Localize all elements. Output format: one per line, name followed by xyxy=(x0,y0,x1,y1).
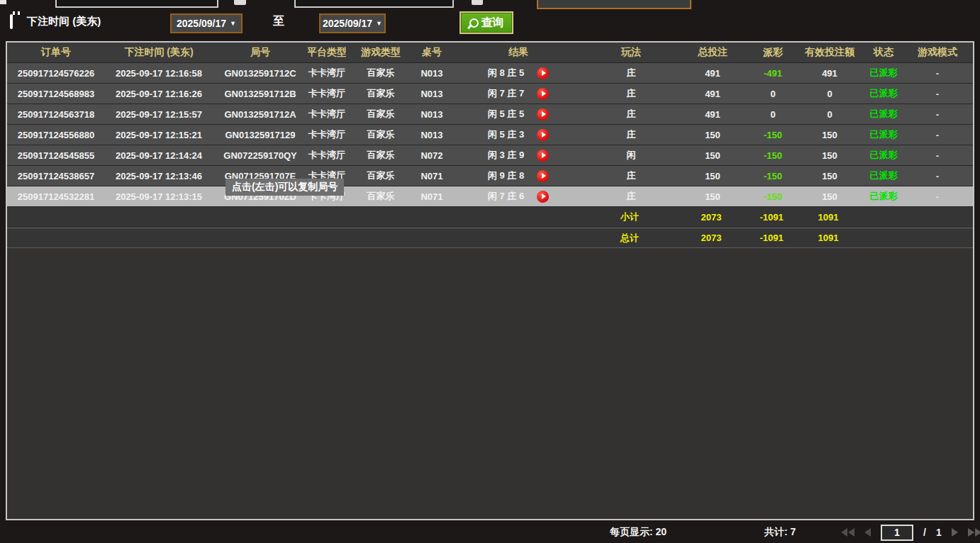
result-text: 闲 7 庄 6 xyxy=(488,190,524,203)
cell-status: 已派彩 xyxy=(865,84,902,103)
cell-payout: -150 xyxy=(752,166,794,186)
cell-valid_bet: 0 xyxy=(794,84,865,103)
result-text: 闲 3 庄 9 xyxy=(488,149,524,162)
cell-payout: -150 xyxy=(752,145,794,165)
table-row[interactable]: 2509171245568802025-09-17 12:15:21GN0132… xyxy=(7,125,973,145)
cell-status: 已派彩 xyxy=(865,125,902,145)
cell-game_type: 百家乐 xyxy=(346,166,416,186)
column-header-order_id: 订单号 xyxy=(7,43,105,62)
page-input[interactable]: 1 xyxy=(881,525,913,541)
cell-status: 已派彩 xyxy=(865,145,902,165)
partial-text-input-1[interactable] xyxy=(55,0,218,8)
cell-round_id[interactable]: GN0132591712A xyxy=(213,104,308,124)
prev-page-button[interactable] xyxy=(864,528,871,537)
table-row[interactable]: 2509171245689832025-09-17 12:16:26GN0132… xyxy=(7,84,973,104)
cell-total_bet: 491 xyxy=(674,63,752,83)
cell-result: 闲 3 庄 9 xyxy=(448,145,589,165)
next-page-button[interactable] xyxy=(952,528,958,537)
table-row[interactable]: 2509171245637182025-09-17 12:15:57GN0132… xyxy=(7,104,973,125)
records-table: 订单号下注时间 (美东)局号平台类型游戏类型桌号结果玩法总投注派彩有效投注额状态… xyxy=(6,41,974,520)
cell-result: 闲 5 庄 5 xyxy=(448,104,589,124)
cell-table_no: N013 xyxy=(416,125,448,145)
table-row[interactable]: 2509171245458552025-09-17 12:14:24GN0722… xyxy=(7,145,973,166)
table-row[interactable]: 2509171245322812025-09-17 12:13:15GN0712… xyxy=(7,186,973,207)
summary-valid-bet: 1091 xyxy=(793,228,864,247)
table-row[interactable]: 2509171245762262025-09-17 12:16:58GN0132… xyxy=(7,63,973,84)
summary-spacer xyxy=(7,228,587,247)
cell-total_bet: 150 xyxy=(674,186,752,206)
first-page-button[interactable] xyxy=(841,528,854,537)
cell-bet_time: 2025-09-17 12:14:24 xyxy=(105,145,213,165)
cell-play: 闲 xyxy=(589,145,674,165)
column-header-valid_bet: 有效投注额 xyxy=(794,43,865,62)
summary-total-bet: 2073 xyxy=(672,228,750,247)
cell-platform: 卡卡湾厅 xyxy=(308,104,346,124)
left-arrow-icon xyxy=(864,528,871,537)
cell-round_id[interactable]: GN0132591712B xyxy=(213,84,308,103)
cell-game_type: 百家乐 xyxy=(346,145,416,165)
search-button[interactable]: 查询 xyxy=(460,11,513,34)
cell-result: 闲 9 庄 8 xyxy=(448,166,589,186)
play-icon[interactable] xyxy=(537,67,549,79)
column-header-total_bet: 总投注 xyxy=(674,43,752,62)
last-page-button[interactable] xyxy=(968,528,980,537)
search-icon xyxy=(469,18,479,28)
cell-play: 庄 xyxy=(589,63,674,83)
play-icon[interactable] xyxy=(537,108,549,121)
cell-bet_time: 2025-09-17 12:13:15 xyxy=(105,186,213,206)
result-text: 闲 5 庄 5 xyxy=(488,108,524,121)
cell-status: 已派彩 xyxy=(865,186,902,206)
summary-label: 总计 xyxy=(587,228,672,247)
cell-bet_time: 2025-09-17 12:13:46 xyxy=(105,166,213,186)
play-icon[interactable] xyxy=(537,150,549,162)
cell-round_id[interactable]: GN01325917129 xyxy=(213,125,308,145)
chevron-down-icon: ▼ xyxy=(230,20,236,27)
cell-game_mode: - xyxy=(902,186,973,206)
cell-bet_time: 2025-09-17 12:15:21 xyxy=(105,125,213,145)
cell-play: 庄 xyxy=(589,186,674,206)
cell-platform: 卡卡湾厅 xyxy=(308,63,346,83)
cell-table_no: N072 xyxy=(416,145,448,165)
cell-table_no: N071 xyxy=(416,166,448,186)
double-left-arrow-icon xyxy=(848,528,854,537)
summary-valid-bet: 1091 xyxy=(793,207,864,227)
page-separator: / xyxy=(923,527,926,538)
cell-table_no: N013 xyxy=(416,84,448,103)
calendar-icon xyxy=(10,16,13,28)
double-right-arrow-icon xyxy=(968,528,974,537)
cell-round_id[interactable]: GN072259170QY xyxy=(213,145,308,165)
cell-result: 闲 8 庄 5 xyxy=(448,63,589,83)
date-to-select[interactable]: 2025/09/17▼ xyxy=(319,13,386,33)
cell-bet_time: 2025-09-17 12:16:58 xyxy=(105,63,213,83)
play-icon[interactable] xyxy=(537,191,549,203)
cell-platform: 卡卡湾厅 xyxy=(308,145,346,165)
column-header-game_mode: 游戏模式 xyxy=(902,43,973,62)
cell-game_type: 百家乐 xyxy=(346,186,416,206)
cell-round_id[interactable]: GN0132591712C xyxy=(213,63,308,83)
cell-platform: 卡卡湾厅 xyxy=(308,84,346,103)
column-header-play: 玩法 xyxy=(589,43,674,62)
table-row[interactable]: 2509171245386572025-09-17 12:13:46GN0712… xyxy=(7,166,973,186)
double-right-arrow-icon xyxy=(975,528,980,537)
date-from-select[interactable]: 2025/09/17▼ xyxy=(170,13,243,33)
cell-payout: -150 xyxy=(752,125,794,145)
play-icon[interactable] xyxy=(537,129,549,141)
cell-game_mode: - xyxy=(902,125,973,145)
result-text: 闲 7 庄 7 xyxy=(488,87,524,100)
search-button-label: 查询 xyxy=(481,16,504,30)
partial-dropdown[interactable] xyxy=(537,0,691,9)
result-text: 闲 5 庄 3 xyxy=(488,128,524,141)
double-left-arrow-icon xyxy=(841,528,847,537)
partial-text-input-2[interactable] xyxy=(294,0,454,8)
result-text: 闲 8 庄 5 xyxy=(488,67,524,79)
cell-order_id: 250917124563718 xyxy=(7,104,105,124)
play-icon[interactable] xyxy=(537,170,549,182)
cell-order_id: 250917124532281 xyxy=(7,186,105,206)
copy-round-tooltip: 点击(左击)可以复制局号 xyxy=(225,179,344,196)
play-icon[interactable] xyxy=(537,88,549,100)
partial-icon-2 xyxy=(472,0,483,5)
cell-order_id: 250917124576226 xyxy=(7,63,105,83)
cell-game_type: 百家乐 xyxy=(346,104,416,124)
cell-bet_time: 2025-09-17 12:16:26 xyxy=(105,84,213,103)
cell-valid_bet: 150 xyxy=(794,186,865,206)
